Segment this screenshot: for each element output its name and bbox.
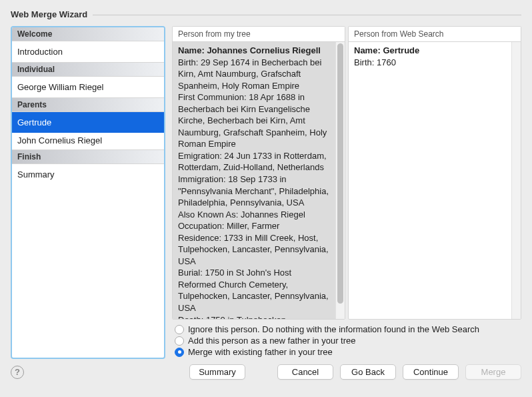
fact-line: Immigration: 18 Sep 1733 in "Pennsylvani…: [178, 173, 330, 209]
help-icon[interactable]: ?: [11, 366, 24, 379]
radio-icon[interactable]: [175, 348, 184, 357]
option-label: Merge with existing father in your tree: [188, 347, 333, 357]
web-search-scrollbar[interactable]: [511, 42, 521, 319]
title-divider: [93, 15, 521, 15]
section-finish: Finish: [12, 149, 164, 164]
radio-icon[interactable]: [175, 325, 184, 334]
cancel-button[interactable]: Cancel: [277, 364, 333, 380]
fact-line: First Communion: 18 Apr 1688 in Becherba…: [178, 91, 330, 150]
go-back-button[interactable]: Go Back: [340, 364, 396, 380]
sidebar-item-gertrude[interactable]: Gertrude: [12, 112, 164, 133]
web-search-column: Person from Web Search Name: Gertrude Bi…: [348, 26, 521, 320]
sidebar-item-summary[interactable]: Summary: [12, 164, 164, 185]
sidebar-item-individual[interactable]: George William Riegel: [12, 77, 164, 97]
radio-icon[interactable]: [175, 336, 184, 346]
name-value: Gertrude: [383, 45, 419, 55]
merge-options: Ignore this person. Do nothing with the …: [172, 320, 521, 358]
section-parents: Parents: [12, 97, 164, 112]
option-label: Add this person as a new father in your …: [188, 336, 355, 346]
web-search-body: Name: Gertrude Birth: 1760: [349, 42, 511, 319]
fact-line: Death: 1750 in Tulpehocken: [178, 314, 330, 319]
fact-line: Birth: 29 Sep 1674 in Becherbach bei Kir…: [178, 57, 330, 92]
fact-line: Residence: 1733 in Mill Creek, Host, Tul…: [178, 232, 330, 268]
section-welcome: Welcome: [12, 27, 164, 41]
section-individual: Individual: [12, 62, 164, 77]
wizard-sidebar: Welcome Introduction Individual George W…: [11, 26, 165, 359]
web-search-header: Person from Web Search: [349, 27, 521, 42]
sidebar-item-john[interactable]: John Cornelius Riegel: [12, 133, 164, 149]
scroll-thumb[interactable]: [337, 43, 343, 304]
fact-line: Also Known As: Johannes Riegel: [178, 209, 330, 221]
name-label: Name:: [178, 45, 205, 55]
my-tree-body: Name: Johannes Cornelius Riegell Birth: …: [173, 42, 335, 319]
fact-line: Emigration: 24 Jun 1733 in Rotterdam, Ro…: [178, 150, 330, 173]
option-add-new[interactable]: Add this person as a new father in your …: [175, 335, 519, 346]
continue-button[interactable]: Continue: [403, 364, 459, 380]
option-ignore[interactable]: Ignore this person. Do nothing with the …: [175, 324, 519, 335]
option-label: Ignore this person. Do nothing with the …: [188, 324, 479, 334]
my-tree-scrollbar[interactable]: [335, 42, 345, 319]
name-value: Johannes Cornelius Riegell: [207, 45, 321, 55]
merge-button: Merge: [465, 364, 521, 380]
sidebar-item-introduction[interactable]: Introduction: [12, 41, 164, 62]
my-tree-header: Person from my tree: [173, 27, 345, 42]
my-tree-column: Person from my tree Name: Johannes Corne…: [172, 26, 345, 320]
option-merge-existing[interactable]: Merge with existing father in your tree: [175, 346, 519, 358]
fact-line: Occupation: Miller, Farmer: [178, 220, 330, 232]
name-label: Name:: [354, 45, 381, 55]
fact-line: Birth: 1760: [354, 57, 506, 69]
page-title: Web Merge Wizard: [11, 9, 93, 19]
fact-line: Burial: 1750 in St John's Host Reformed …: [178, 267, 330, 314]
summary-button[interactable]: Summary: [189, 364, 245, 380]
